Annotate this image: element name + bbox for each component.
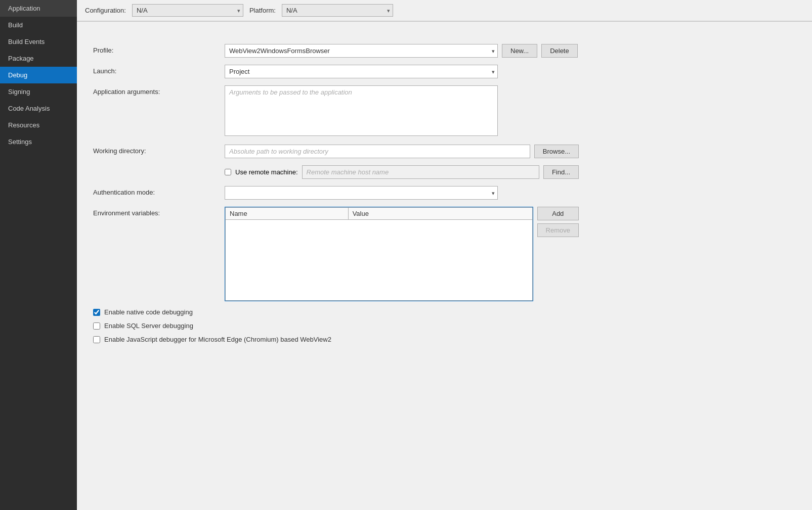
env-name-header: Name [226, 208, 349, 220]
remove-button[interactable]: Remove [537, 223, 579, 237]
profile-row: Profile: WebView2WindowsFormsBrowser New… [93, 44, 796, 58]
app-args-row: Application arguments: [93, 85, 796, 137]
js-debug-row: Enable JavaScript debugger for Microsoft… [93, 336, 796, 343]
remote-machine-row: Use remote machine: Find... [93, 165, 796, 179]
sidebar: Application Build Build Events Package D… [0, 0, 77, 510]
app-args-textarea[interactable] [225, 85, 498, 136]
env-vars-label: Environment variables: [93, 207, 225, 217]
sql-debug-checkbox[interactable] [93, 322, 100, 330]
sidebar-label-code-analysis: Code Analysis [8, 105, 50, 112]
sidebar-item-package[interactable]: Package [0, 50, 77, 67]
working-dir-row: Working directory: Browse... [93, 145, 796, 158]
sidebar-label-signing: Signing [8, 88, 30, 96]
platform-label: Platform: [249, 7, 276, 14]
app-args-label: Application arguments: [93, 85, 225, 96]
sidebar-label-resources: Resources [8, 121, 39, 129]
main-panel: Configuration: N/A Platform: N/A Profile… [77, 0, 812, 510]
app-args-control [225, 85, 498, 137]
sidebar-label-settings: Settings [8, 138, 32, 146]
env-buttons: Add Remove [537, 207, 579, 237]
working-dir-input[interactable] [225, 145, 530, 158]
sidebar-label-build: Build [8, 21, 23, 29]
profile-select[interactable]: WebView2WindowsFormsBrowser [225, 44, 498, 58]
profile-label: Profile: [93, 44, 225, 54]
env-value-header: Value [348, 208, 532, 220]
new-button[interactable]: New... [502, 44, 537, 58]
launch-label: Launch: [93, 65, 225, 75]
native-debug-row: Enable native code debugging [93, 308, 796, 316]
sidebar-item-application[interactable]: Application [0, 0, 77, 17]
configuration-label: Configuration: [85, 7, 126, 14]
profile-select-wrapper: WebView2WindowsFormsBrowser [225, 44, 498, 58]
env-vars-row: Environment variables: Name Value [93, 207, 796, 301]
add-button[interactable]: Add [537, 207, 579, 220]
auth-mode-row: Authentication mode: ▾ [93, 186, 796, 200]
remote-spacer [93, 165, 225, 168]
env-table: Name Value [225, 207, 533, 301]
sidebar-item-build-events[interactable]: Build Events [0, 33, 77, 50]
sidebar-item-resources[interactable]: Resources [0, 117, 77, 133]
auth-mode-select-wrapper: ▾ [225, 186, 498, 200]
native-debug-checkbox[interactable] [93, 309, 100, 316]
find-button[interactable]: Find... [543, 165, 579, 179]
sql-debug-label[interactable]: Enable SQL Server debugging [104, 322, 193, 330]
js-debug-checkbox[interactable] [93, 336, 100, 343]
top-bar: Configuration: N/A Platform: N/A [77, 0, 812, 21]
sidebar-label-debug: Debug [8, 71, 27, 79]
sidebar-label-package: Package [8, 55, 34, 62]
launch-select-wrapper: Project [225, 65, 498, 78]
launch-select[interactable]: Project [225, 65, 498, 78]
delete-button[interactable]: Delete [541, 44, 578, 58]
env-table-container: Name Value [225, 207, 533, 301]
env-table-body [226, 220, 533, 301]
sidebar-label-application: Application [8, 5, 40, 12]
auth-mode-label: Authentication mode: [93, 186, 225, 196]
configuration-select-wrapper: N/A [132, 4, 243, 17]
configuration-select[interactable]: N/A [132, 4, 243, 17]
working-dir-label: Working directory: [93, 145, 225, 155]
content-area: Profile: WebView2WindowsFormsBrowser New… [77, 32, 812, 510]
platform-select-wrapper: N/A [282, 4, 393, 17]
launch-row: Launch: Project [93, 65, 796, 78]
js-debug-label[interactable]: Enable JavaScript debugger for Microsoft… [104, 336, 331, 343]
use-remote-label: Use remote machine: [235, 168, 298, 176]
use-remote-checkbox[interactable] [225, 169, 231, 175]
platform-select[interactable]: N/A [282, 4, 393, 17]
sql-debug-row: Enable SQL Server debugging [93, 322, 796, 330]
sidebar-item-code-analysis[interactable]: Code Analysis [0, 100, 77, 117]
sidebar-label-build-events: Build Events [8, 38, 45, 45]
sidebar-item-debug[interactable]: Debug [0, 67, 77, 83]
native-debug-label[interactable]: Enable native code debugging [104, 308, 193, 316]
auth-mode-select[interactable] [225, 186, 498, 200]
sidebar-item-settings[interactable]: Settings [0, 133, 77, 150]
browse-button[interactable]: Browse... [534, 145, 579, 158]
sidebar-item-signing[interactable]: Signing [0, 83, 77, 100]
remote-host-input[interactable] [302, 165, 539, 179]
sidebar-item-build[interactable]: Build [0, 17, 77, 33]
